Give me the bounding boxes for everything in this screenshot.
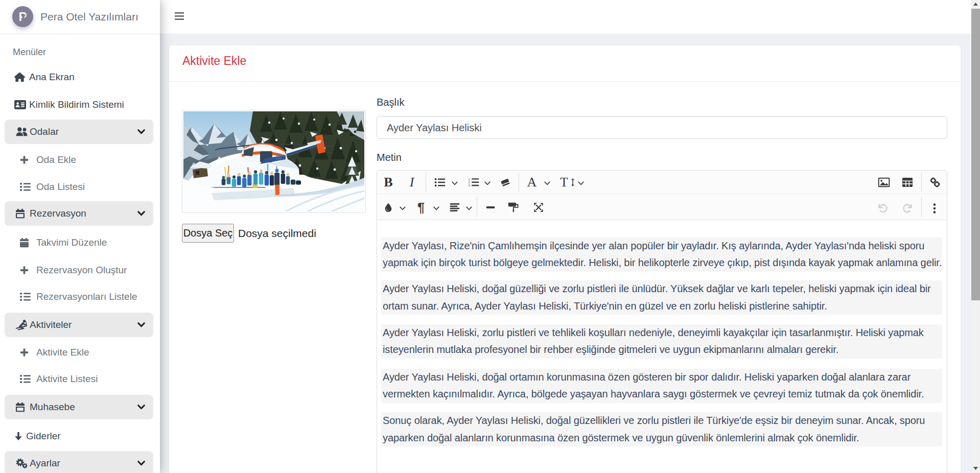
svg-text:heliski.pro: heliski.pro (256, 147, 274, 151)
svg-text:3: 3 (469, 184, 470, 187)
svg-text:1: 1 (469, 178, 470, 181)
svg-text:2: 2 (469, 181, 470, 184)
